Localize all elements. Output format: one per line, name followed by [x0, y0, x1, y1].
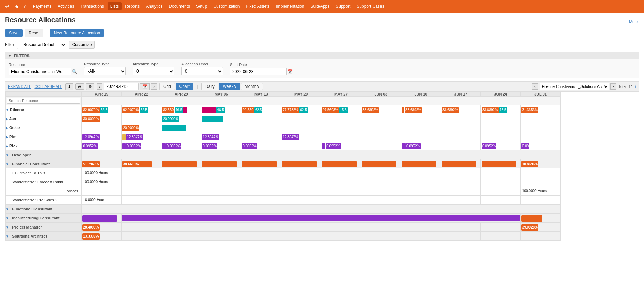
tab-monthly[interactable]: Monthly [241, 83, 263, 90]
expand-pm[interactable]: ▼ [6, 225, 9, 229]
cell-etienne-0: 82.9070% 62.5 [82, 105, 122, 114]
nav-reports[interactable]: Reports [122, 2, 142, 10]
settings-button[interactable]: ⚙ [86, 83, 94, 90]
resource-selector-select[interactable]: Etienne Christiaans - _Solutions Archite… [540, 83, 609, 90]
bar [202, 107, 216, 113]
cell-jan-0: 30.0000% [82, 114, 122, 123]
cell-fcproj4-3 [201, 196, 241, 205]
bar: 12.8947% [82, 134, 99, 140]
cell-fcproj1-2 [161, 168, 201, 177]
expand-manufacturing[interactable]: ▼ [6, 216, 9, 220]
nav-transactions[interactable]: Transactions [77, 2, 107, 10]
filters-header[interactable]: ▼ FILTERS [5, 52, 639, 59]
bar [202, 161, 237, 167]
nav-suiteapps[interactable]: SuiteApps [308, 2, 333, 10]
tab-daily[interactable]: Daily [201, 83, 218, 90]
nav-fixed-assets[interactable]: Fixed Assets [243, 2, 272, 10]
cell-jan-7 [361, 114, 401, 123]
cell-fcproj2-11 [520, 177, 560, 186]
nav-implementation[interactable]: Implementation [273, 2, 307, 10]
resource-type-select[interactable]: -All- [84, 67, 126, 75]
bar: 20.0000% [162, 116, 179, 122]
bar [322, 143, 325, 149]
expand-pim[interactable]: ▶ [6, 135, 8, 139]
new-resource-allocation-button[interactable]: New Resource Allocation [50, 29, 104, 37]
start-date-input[interactable] [230, 68, 287, 75]
cell-sa-5 [281, 232, 321, 241]
cell-sa-11 [520, 232, 560, 241]
nav-activities[interactable]: Activities [55, 2, 77, 10]
expand-developer[interactable]: ▼ [6, 153, 9, 157]
more-link[interactable]: More [628, 19, 639, 24]
nav-setup[interactable]: Setup [193, 2, 210, 10]
print-button[interactable]: 🖨 [75, 83, 84, 90]
home-icon[interactable]: ⌂ [22, 2, 30, 11]
cell-fc-2 [161, 159, 201, 168]
cell-pm-7 [361, 223, 401, 232]
bar: 0.0952% [242, 143, 257, 149]
nav-lists[interactable]: Lists [108, 2, 122, 10]
cell-fcproj4-6 [321, 196, 361, 205]
bar: 62.5 [100, 107, 108, 113]
expand-oskar[interactable]: ▶ [6, 126, 8, 130]
resource-input[interactable] [9, 68, 71, 75]
info-icon[interactable]: ℹ [635, 84, 637, 89]
cell-pim-8 [401, 132, 441, 141]
cell-pm-8 [401, 223, 441, 232]
filter-select[interactable]: - Resource Default - [17, 41, 66, 49]
next-date-button[interactable]: › [151, 83, 157, 90]
cell-etienne-4: 92.560 62.5 [241, 105, 281, 114]
customize-button[interactable]: Customize [69, 41, 95, 49]
current-date-input[interactable] [104, 83, 139, 90]
cell-rick-6: 0.0952% [321, 141, 361, 150]
bar: 77.7782% [282, 107, 299, 113]
nav-documents[interactable]: Documents [166, 2, 193, 10]
cell-fcproj3-2 [161, 186, 201, 196]
expand-rick[interactable]: ▶ [6, 144, 8, 148]
expand-jan[interactable]: ▶ [6, 117, 8, 121]
nav-payments[interactable]: Payments [30, 2, 54, 10]
header-may13: MAY 13 [241, 92, 281, 97]
cell-fcproj2-6 [321, 177, 361, 186]
tab-grid[interactable]: Grid [159, 83, 175, 90]
prev-resource-button[interactable]: ‹ [532, 83, 538, 90]
nav-analytics[interactable]: Analytics [143, 2, 165, 10]
cell-pim-6 [321, 132, 361, 141]
nav-support[interactable]: Support [333, 2, 353, 10]
cell-jan-9 [441, 114, 481, 123]
table-row: FC Project Ed Thijs 100.0000 Hours [6, 168, 561, 177]
nav-support-cases[interactable]: Support Cases [354, 2, 387, 10]
search-resource-input[interactable] [7, 98, 80, 104]
next-resource-button[interactable]: › [610, 83, 617, 90]
expand-financial[interactable]: ▼ [6, 162, 9, 166]
cell-fcproj3-4 [241, 186, 281, 196]
cell-oskar-11 [520, 123, 560, 132]
back-icon[interactable]: ↩ [3, 2, 11, 11]
cell-fc-11: 10.8696% [520, 159, 560, 168]
expand-functional[interactable]: ▼ [6, 207, 9, 211]
tab-chart[interactable]: Chart [176, 83, 193, 90]
bar: 38.4616% [122, 161, 152, 167]
collapse-all-button[interactable]: COLLAPSE ALL [34, 84, 63, 89]
reset-button[interactable]: Reset [25, 29, 43, 37]
nav-customization[interactable]: Customization [210, 2, 242, 10]
star-icon[interactable]: ★ [12, 2, 21, 11]
bar [322, 161, 357, 167]
allocation-type-select[interactable]: 0 [133, 67, 174, 75]
cell-pm-2 [161, 223, 201, 232]
calendar-icon[interactable]: 📅 [287, 69, 293, 74]
cell-sa-10 [481, 232, 521, 241]
cell-mfg-wide [122, 214, 521, 223]
tab-weekly[interactable]: Weekly [219, 83, 240, 90]
expand-sa[interactable]: ▼ [6, 234, 9, 238]
calendar-date-button[interactable]: 📅 [140, 83, 150, 90]
allocation-level-select[interactable]: 0 [181, 67, 223, 75]
resource-picker-icon[interactable]: 🔍 [72, 69, 77, 74]
expand-all-button[interactable]: EXPAND ALL [7, 84, 32, 89]
cell-oskar-7 [361, 123, 401, 132]
download-button[interactable]: ⬇ [65, 83, 73, 90]
save-button[interactable]: Save [5, 29, 23, 37]
prev-date-button[interactable]: ‹ [97, 83, 103, 90]
bar [362, 161, 396, 167]
expand-etienne[interactable]: ▼ [6, 108, 9, 112]
